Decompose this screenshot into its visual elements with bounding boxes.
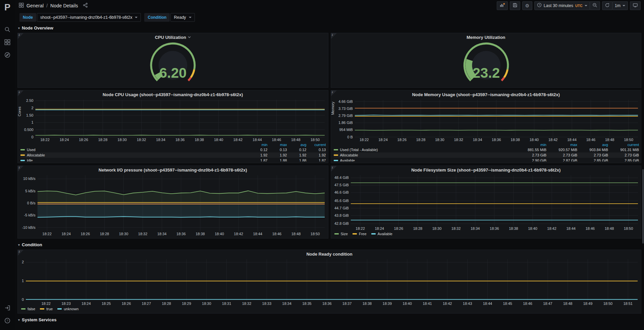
sidebar-item-help[interactable]: ? [0, 315, 15, 327]
cpu-usage-legend[interactable]: minmaxavgcurrentUsed0.120.130.120.13Allo… [18, 142, 328, 161]
svg-text:18:30: 18:30 [117, 138, 127, 142]
legend-row[interactable]: Used (Total - Available)881.55 MiB920.57… [334, 147, 639, 152]
refresh-icon [605, 3, 610, 9]
dashboard-settings-button[interactable]: ⚙ [522, 1, 532, 10]
legend-item[interactable]: true [40, 307, 53, 311]
svg-text:1: 1 [22, 279, 24, 283]
svg-text:18:30: 18:30 [202, 302, 211, 306]
legend-item[interactable]: Free [353, 232, 367, 236]
dashboard-grid-icon[interactable] [19, 3, 24, 9]
save-icon [513, 3, 518, 9]
variable-condition-dropdown[interactable]: Ready [170, 13, 195, 22]
legend-item[interactable]: Size [334, 232, 348, 236]
legend-item[interactable]: Available [371, 232, 392, 236]
panel-title[interactable]: Memory Utilization [331, 33, 641, 41]
memory-usage-chart[interactable]: 18:2218:2418:2618:2818:3018:3218:3418:36… [331, 98, 641, 142]
row-title: Condition [22, 242, 42, 247]
search-icon [4, 26, 10, 34]
app-logo[interactable]: P [0, 0, 15, 15]
svg-text:18:40: 18:40 [215, 232, 224, 236]
svg-text:18:40: 18:40 [214, 138, 223, 142]
sidebar-item-dashboards[interactable] [0, 37, 15, 49]
add-panel-button[interactable] [497, 1, 508, 10]
variable-condition-label: Condition [144, 13, 170, 22]
chevron-down-icon [135, 17, 138, 18]
svg-text:18:38: 18:38 [511, 138, 520, 142]
panel-title[interactable]: Node Ready condition [18, 250, 641, 258]
svg-text:18:50: 18:50 [603, 302, 613, 306]
row-header-node-overview[interactable]: ▾ Node Overview [18, 24, 641, 31]
svg-text:18:22: 18:22 [356, 226, 365, 230]
sidebar-item-search[interactable] [0, 24, 15, 36]
svg-text:4.66 GiB: 4.66 GiB [338, 100, 353, 104]
legend-row[interactable]: Idle1.871.881.881.87 [20, 158, 326, 161]
breadcrumb-section[interactable]: General [26, 3, 44, 8]
variable-node-label: Node [19, 13, 36, 22]
toolbar: ⚙ Last 30 minutes UTC [497, 1, 641, 10]
row-header-condition[interactable]: ▾ Condition [18, 241, 641, 248]
time-range-picker[interactable]: Last 30 minutes UTC [534, 1, 590, 10]
svg-text:0: 0 [31, 135, 33, 139]
panel-info-icon[interactable]: i [331, 90, 337, 96]
breadcrumb-page[interactable]: Node Details [50, 3, 78, 8]
svg-text:18:30: 18:30 [432, 226, 441, 230]
svg-text:2: 2 [31, 106, 33, 110]
svg-text:18:42: 18:42 [233, 138, 243, 142]
panel-info-icon[interactable]: i [331, 166, 337, 172]
filesystem-legend[interactable]: SizeFreeAvailable [331, 231, 641, 237]
refresh-interval-dropdown[interactable]: 1m [612, 1, 628, 10]
share-icon[interactable] [83, 3, 88, 9]
memory-usage-legend[interactable]: minmaxavgcurrentUsed (Total - Available)… [331, 142, 641, 161]
panel-title[interactable]: Node CPU Usage (shoot--p43597--ismaning-… [18, 90, 328, 98]
panel-title[interactable]: Network I/O pressure (shoot--p43597--ism… [18, 166, 328, 174]
panel-info-icon[interactable]: i [18, 90, 23, 96]
condition-legend[interactable]: falsetrueunknown [18, 306, 641, 312]
sidebar-item-explore[interactable] [0, 50, 15, 62]
svg-text:18:44: 18:44 [253, 232, 262, 236]
zoom-out-button[interactable] [590, 1, 600, 10]
condition-chart[interactable]: 18:2218:2318:2418:2518:2618:2718:2818:29… [18, 258, 641, 306]
panel-info-icon[interactable]: i [18, 166, 23, 172]
svg-text:5 kB/s: 5 kB/s [25, 189, 36, 193]
svg-text:18:28: 18:28 [100, 232, 109, 236]
panel-title[interactable]: Node Filesystem Size (shoot--p43597--ism… [331, 166, 641, 174]
row-header-system-services[interactable]: ▾ System Services [18, 316, 641, 323]
legend-row[interactable]: Allocatable2.73 GiB2.73 GiB2.73 GiB2.73 … [334, 152, 639, 158]
panel-title[interactable]: CPU Utilization [18, 33, 328, 41]
svg-text:1.86 GiB: 1.86 GiB [338, 121, 353, 125]
row-title: Node Overview [22, 25, 53, 30]
panel-info-icon[interactable]: i [18, 250, 23, 256]
svg-text:18:40: 18:40 [528, 226, 537, 230]
legend-item[interactable]: unknown [57, 307, 78, 311]
sign-in-icon [4, 305, 10, 312]
sidebar-item-sign-in[interactable] [0, 303, 15, 315]
panel-title[interactable]: Node Memory Usage (shoot--p43597--ismani… [331, 90, 641, 98]
svg-text:18:32: 18:32 [451, 226, 461, 230]
legend-item[interactable]: false [21, 307, 35, 311]
add-panel-icon [499, 2, 505, 9]
panel-menu-caret-icon [188, 36, 191, 38]
legend-row[interactable]: Used0.120.130.120.13 [20, 147, 326, 152]
panel-network-io-pressure: i Network I/O pressure (shoot--p43597--i… [17, 166, 328, 239]
svg-text:1: 1 [31, 120, 33, 124]
scrollbar[interactable] [642, 169, 644, 244]
network-io-chart[interactable]: 18:2218:2418:2618:2818:3018:3218:3418:36… [18, 174, 328, 236]
cycle-view-mode-button[interactable] [630, 1, 641, 10]
svg-text:18:22: 18:22 [42, 232, 52, 236]
cpu-utilization-gauge[interactable]: 6.20 [18, 41, 328, 87]
svg-text:18:46: 18:46 [586, 138, 595, 142]
variable-node-dropdown[interactable]: shoot--p43597--ismaning-dnz0b4-z1-6b978-… [37, 13, 141, 22]
refresh-button[interactable] [602, 1, 612, 10]
svg-text:18:46: 18:46 [523, 302, 532, 306]
panel-info-icon[interactable]: i [18, 33, 23, 39]
save-dashboard-button[interactable] [510, 1, 520, 10]
memory-utilization-gauge[interactable]: 23.2 [331, 41, 641, 87]
filesystem-chart[interactable]: 18:2218:2418:2618:2818:3018:3218:3418:36… [331, 174, 641, 231]
panel-info-icon[interactable]: i [331, 33, 337, 39]
svg-text:46.6 GiB: 46.6 GiB [334, 190, 348, 194]
legend-row[interactable]: Allocatable1.921.921.921.92 [20, 152, 326, 158]
svg-text:18:42: 18:42 [443, 302, 452, 306]
legend-row[interactable]: Available2.90 GiB2.87 GiB2.85 GiB2.85 Gi… [334, 158, 639, 161]
cpu-usage-chart[interactable]: 18:2218:2418:2618:2818:3018:3218:3418:36… [18, 98, 328, 142]
svg-text:18:42: 18:42 [548, 138, 557, 142]
